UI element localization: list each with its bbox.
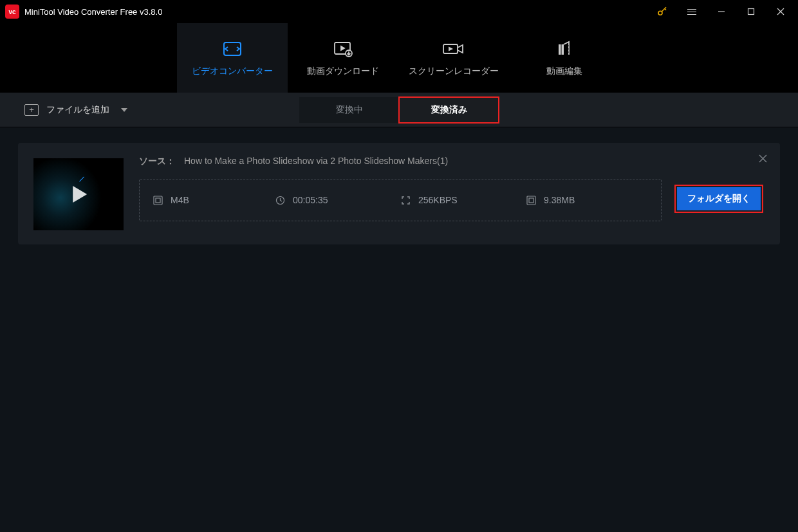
status-tabs: 変換中 変換済み	[299, 97, 499, 123]
tab-converting[interactable]: 変換中	[299, 97, 399, 123]
clock-icon	[275, 195, 285, 205]
maximize-button[interactable]	[736, 0, 766, 23]
nav-tab-label: スクリーンレコーダー	[409, 66, 499, 77]
source-label: ソース：	[139, 156, 175, 167]
nav-tab-video-converter[interactable]: ビデオコンバーター	[177, 23, 288, 93]
format-value: M4B	[171, 195, 189, 205]
hamburger-menu-icon[interactable]	[677, 0, 707, 23]
add-file-icon	[24, 104, 39, 116]
titlebar: vc MiniTool Video Converter Free v3.8.0	[0, 0, 798, 23]
chevron-down-icon	[121, 108, 127, 112]
key-icon[interactable]	[647, 0, 677, 23]
svg-marker-7	[341, 46, 344, 50]
svg-rect-12	[156, 198, 160, 203]
recorder-icon	[441, 39, 466, 59]
video-thumbnail[interactable]	[33, 158, 124, 230]
svg-rect-14	[527, 196, 535, 205]
svg-rect-15	[529, 198, 534, 203]
expand-icon	[400, 195, 411, 205]
format-icon	[153, 195, 163, 205]
details-box: M4B 00:05:35 256KBPS	[139, 179, 662, 221]
edit-icon	[555, 39, 574, 59]
close-window-button[interactable]	[766, 0, 795, 23]
source-name: How to Make a Photo Slideshow via 2 Phot…	[184, 156, 448, 167]
minimize-button[interactable]	[707, 0, 736, 23]
nav-tab-label: ビデオコンバーター	[192, 66, 273, 77]
nav-tab-video-edit[interactable]: 動画編集	[509, 23, 620, 93]
open-folder-label: フォルダを開く	[687, 193, 750, 203]
svg-point-0	[658, 11, 662, 15]
download-icon	[332, 39, 354, 59]
add-file-label: ファイルを追加	[46, 104, 109, 116]
app-logo-icon: vc	[5, 5, 19, 19]
duration-value: 00:05:35	[293, 195, 328, 205]
play-icon	[73, 186, 87, 203]
size-value: 9.38MB	[544, 195, 575, 205]
converted-item-card: ソース： How to Make a Photo Slideshow via 2…	[18, 143, 780, 244]
bitrate-value: 256KBPS	[418, 195, 458, 205]
nav-tab-label: 動画ダウンロード	[307, 66, 379, 77]
svg-rect-5	[224, 42, 241, 55]
tab-label: 変換済み	[431, 104, 467, 116]
sub-toolbar: ファイルを追加 変換中 変換済み	[0, 93, 798, 127]
svg-rect-2	[748, 9, 754, 15]
tab-completed[interactable]: 変換済み	[399, 97, 499, 123]
main-nav: ビデオコンバーター 動画ダウンロード スクリーンレコーダー 動画編集	[0, 23, 798, 93]
svg-rect-11	[154, 196, 162, 205]
add-file-button[interactable]: ファイルを追加	[24, 104, 127, 116]
close-icon	[759, 154, 767, 163]
convert-icon	[221, 39, 243, 59]
app-title: MiniTool Video Converter Free v3.8.0	[24, 7, 162, 17]
nav-tab-video-download[interactable]: 動画ダウンロード	[288, 23, 398, 93]
open-folder-button[interactable]: フォルダを開く	[677, 187, 761, 210]
close-card-button[interactable]	[759, 154, 767, 163]
size-icon	[526, 195, 536, 205]
content-area: ソース： How to Make a Photo Slideshow via 2…	[0, 127, 798, 260]
nav-tab-screen-recorder[interactable]: スクリーンレコーダー	[398, 23, 509, 93]
svg-marker-10	[449, 48, 452, 50]
nav-tab-label: 動画編集	[546, 66, 582, 77]
tab-label: 変換中	[336, 104, 363, 116]
